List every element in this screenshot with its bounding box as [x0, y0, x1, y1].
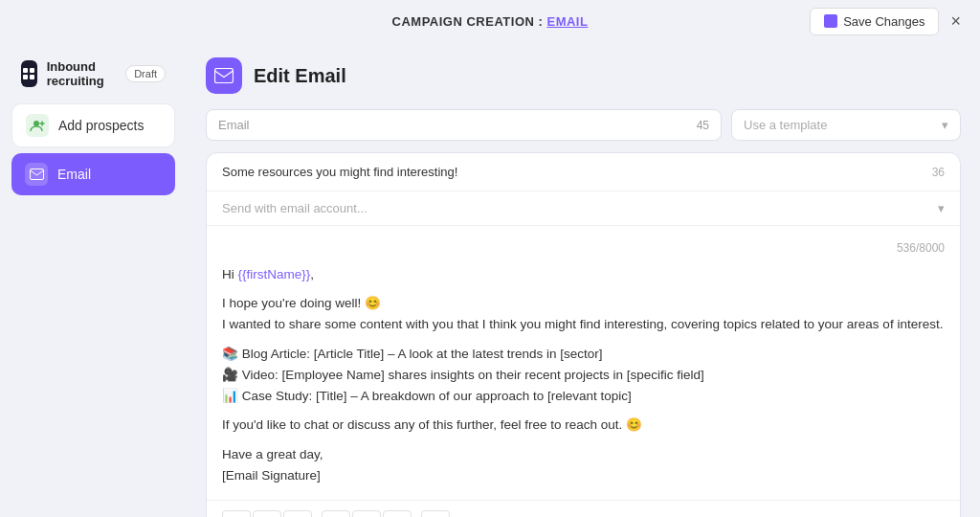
list-button[interactable] [421, 510, 450, 517]
send-account-placeholder: Send with email account... [222, 201, 368, 215]
firstname-variable: {{firstName}} [238, 267, 311, 281]
sidebar-logo-text: Inbound recruiting [47, 59, 112, 88]
top-bar: CAMPAIGN CREATION : Email Save Changes × [0, 0, 980, 42]
main-content: Edit Email Email 45 Use a template ▾ Som… [187, 42, 980, 517]
sidebar-item-label-add-prospects: Add prospects [58, 118, 145, 133]
email-subject-field[interactable]: Email 45 [206, 109, 722, 141]
svg-rect-1 [30, 68, 34, 73]
edit-email-icon [206, 57, 242, 94]
italic-button[interactable]: I [253, 510, 281, 517]
body-line-hope: I hope you're doing well! 😊 [222, 293, 945, 314]
close-button[interactable]: × [947, 8, 965, 35]
body-line-chat: If you'd like to chat or discuss any of … [222, 415, 945, 436]
svg-point-4 [33, 121, 39, 126]
subject-char-count: 36 [932, 166, 945, 179]
align-center-button[interactable] [352, 510, 381, 517]
align-group [322, 510, 412, 517]
body-line-share: I wanted to share some content with you … [222, 314, 945, 335]
logo-icon [21, 60, 37, 87]
email-subject-inner[interactable]: Some resources you might find interestin… [207, 153, 960, 191]
body-char-count: 536/8000 [222, 239, 945, 258]
body-line-video: 🎥 Video: [Employee Name] shares insights… [222, 365, 945, 386]
body-line-day: Have a great day, [222, 444, 945, 465]
email-char-count: 45 [697, 119, 709, 132]
edit-email-title: Edit Email [254, 65, 346, 87]
send-account-chevron-icon: ▾ [938, 201, 945, 215]
body-line-sig: [Email Signature] [222, 465, 945, 486]
template-placeholder: Use a template [744, 118, 827, 132]
save-changes-button[interactable]: Save Changes [810, 8, 939, 35]
edit-email-header: Edit Email [206, 57, 961, 94]
template-select[interactable]: Use a template ▾ [731, 109, 961, 141]
svg-rect-2 [23, 75, 28, 79]
save-icon [824, 14, 837, 28]
email-body[interactable]: 536/8000 Hi {{firstName}}, I hope you're… [207, 226, 960, 500]
body-line-blog: 📚 Blog Article: [Article Title] – A look… [222, 344, 945, 365]
sidebar-item-add-prospects[interactable]: Add prospects [11, 103, 175, 147]
svg-rect-8 [215, 69, 234, 83]
email-meta-row: Email 45 Use a template ▾ [206, 109, 961, 141]
bold-button[interactable]: B [222, 510, 251, 517]
body-line-case: 📊 Case Study: [Title] – A breakdown of o… [222, 386, 945, 407]
template-chevron-icon: ▾ [942, 118, 948, 132]
svg-rect-0 [23, 68, 28, 73]
email-field-label: Email [218, 118, 250, 132]
top-bar-actions: Save Changes × [810, 8, 965, 35]
add-prospects-icon [26, 114, 49, 137]
align-left-button[interactable] [322, 510, 350, 517]
underline-button[interactable]: U [283, 510, 312, 517]
list-group [421, 510, 450, 517]
format-group: B I U [222, 510, 312, 517]
svg-rect-7 [30, 169, 43, 180]
email-subject-text: Some resources you might find interestin… [222, 165, 457, 179]
sidebar: Inbound recruiting Draft Add prospects E… [0, 42, 187, 517]
text-toolbar: B I U [207, 500, 960, 517]
sidebar-item-label-email: Email [57, 167, 91, 182]
campaign-title: CAMPAIGN CREATION : Email [392, 12, 589, 30]
svg-rect-3 [30, 75, 34, 79]
email-editor-card: Some resources you might find interestin… [206, 152, 961, 517]
email-icon [25, 163, 48, 186]
align-right-button[interactable] [383, 510, 412, 517]
draft-badge: Draft [125, 65, 166, 82]
sidebar-item-email[interactable]: Email [11, 153, 175, 195]
body-line-greeting: Hi {{firstName}}, [222, 264, 945, 285]
campaign-title-link[interactable]: Email [546, 14, 588, 29]
send-account-row[interactable]: Send with email account... ▾ [207, 191, 960, 226]
sidebar-logo: Inbound recruiting Draft [11, 52, 175, 96]
